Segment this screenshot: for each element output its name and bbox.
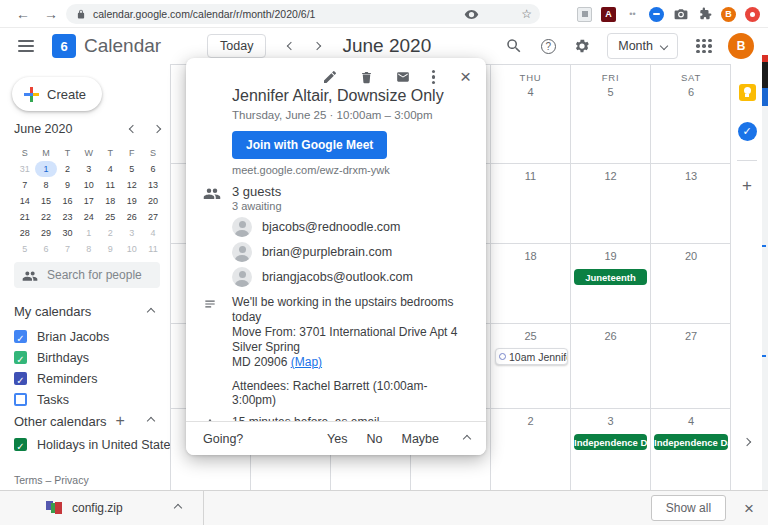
address-bar[interactable]: calendar.google.com/calendar/r/month/202…	[66, 4, 540, 24]
mini-day[interactable]: 27	[142, 209, 163, 225]
mini-day[interactable]: 8	[78, 241, 99, 257]
extension-icon[interactable]: ••	[625, 7, 640, 22]
calendar-item[interactable]: ✓Birthdays	[14, 347, 164, 368]
mini-day[interactable]: 3	[121, 225, 142, 241]
mini-day[interactable]: 18	[100, 193, 121, 209]
camera-extension-icon[interactable]	[673, 7, 688, 22]
my-calendars-heading[interactable]: My calendars	[14, 304, 160, 319]
mini-day[interactable]: 3	[78, 161, 99, 177]
calendar-item[interactable]: ✓Reminders	[14, 368, 164, 389]
rsvp-yes-button[interactable]: Yes	[327, 432, 347, 446]
extension-icon[interactable]	[577, 7, 592, 22]
day-cell[interactable]: SAT6	[651, 65, 731, 163]
google-tasks-icon[interactable]: ✓	[738, 122, 757, 141]
mini-day[interactable]: 12	[121, 177, 142, 193]
mini-day[interactable]: 9	[100, 241, 121, 257]
adobe-acrobat-icon[interactable]: A	[601, 7, 616, 22]
calendar-item[interactable]: ✓Brian Jacobs	[14, 326, 164, 347]
rsvp-maybe-button[interactable]: Maybe	[401, 432, 439, 446]
mini-day[interactable]: 2	[57, 161, 78, 177]
map-link[interactable]: (Map)	[291, 355, 322, 369]
mini-day[interactable]: 25	[100, 209, 121, 225]
day-cell[interactable]: 2510am Jennifer A	[491, 324, 571, 408]
mini-day[interactable]: 11	[142, 241, 163, 257]
mini-day[interactable]: 10	[121, 241, 142, 257]
day-cell[interactable]: 11	[491, 164, 571, 243]
mini-day[interactable]: 5	[121, 161, 142, 177]
forward-icon[interactable]: →	[44, 7, 58, 21]
day-cell[interactable]: 12	[571, 164, 651, 243]
calendar-item[interactable]: ✓Holidays in United States	[14, 434, 164, 455]
collapse-icon[interactable]	[147, 417, 155, 425]
other-calendars-heading[interactable]: Other calendars +	[14, 412, 160, 430]
mini-day[interactable]: 5	[14, 241, 35, 257]
day-cell[interactable]: 2	[491, 409, 571, 491]
mini-day[interactable]: 24	[78, 209, 99, 225]
mini-day[interactable]: 23	[57, 209, 78, 225]
day-cell[interactable]: 26	[571, 324, 651, 408]
holiday-event-chip[interactable]: Independence Day	[574, 434, 647, 450]
edit-event-icon[interactable]	[322, 69, 338, 85]
close-download-bar-icon[interactable]: ×	[744, 500, 754, 517]
mini-day[interactable]: 28	[14, 225, 35, 241]
mini-day[interactable]: 11	[100, 177, 121, 193]
mini-prev-icon[interactable]	[129, 125, 137, 133]
browser-profile-avatar[interactable]: B	[721, 7, 736, 22]
google-keep-icon[interactable]	[739, 84, 756, 101]
add-calendar-icon[interactable]: +	[116, 412, 125, 430]
close-popup-icon[interactable]: ×	[460, 70, 471, 84]
terms-privacy-links[interactable]: Terms – Privacy	[14, 474, 89, 486]
rsvp-expand-icon[interactable]	[463, 434, 471, 442]
calendar-item[interactable]: Tasks	[14, 389, 164, 410]
main-menu-icon[interactable]	[18, 40, 34, 52]
mini-day[interactable]: 19	[121, 193, 142, 209]
mini-day[interactable]: 30	[57, 225, 78, 241]
email-guests-icon[interactable]	[395, 70, 411, 84]
eye-icon[interactable]	[464, 7, 479, 22]
mini-day[interactable]: 13	[142, 177, 163, 193]
mini-day[interactable]: 20	[142, 193, 163, 209]
search-icon[interactable]	[497, 37, 531, 55]
account-avatar[interactable]: B	[728, 33, 754, 59]
extension-icon[interactable]	[745, 7, 760, 22]
day-cell[interactable]: 3Independence Day	[571, 409, 651, 491]
mini-day[interactable]: 29	[35, 225, 56, 241]
calendar-checkbox[interactable]: ✓	[14, 351, 27, 364]
mini-day[interactable]: 21	[14, 209, 35, 225]
more-options-icon[interactable]	[432, 70, 435, 85]
bookmark-star-icon[interactable]: ☆	[521, 8, 532, 20]
calendar-checkbox[interactable]	[14, 393, 27, 406]
get-addons-icon[interactable]: +	[742, 176, 752, 196]
join-meet-button[interactable]: Join with Google Meet	[232, 131, 387, 159]
day-cell[interactable]: 13	[651, 164, 731, 243]
mini-next-icon[interactable]	[153, 125, 161, 133]
collapse-icon[interactable]	[147, 307, 155, 315]
mini-day[interactable]: 31	[14, 161, 35, 177]
day-cell[interactable]: THU4	[491, 65, 571, 163]
search-people-input[interactable]: Search for people	[14, 262, 160, 288]
mini-day[interactable]: 10	[78, 177, 99, 193]
today-button[interactable]: Today	[207, 34, 266, 58]
create-button[interactable]: Create	[12, 77, 102, 111]
download-options-icon[interactable]	[173, 504, 181, 512]
day-cell[interactable]: 27	[651, 324, 731, 408]
holiday-event-chip[interactable]: Juneteenth	[574, 269, 647, 285]
mini-day[interactable]: 8	[35, 177, 56, 193]
mini-day[interactable]: 17	[78, 193, 99, 209]
day-cell[interactable]: 19Juneteenth	[571, 244, 651, 323]
day-cell[interactable]: 18	[491, 244, 571, 323]
event-chip[interactable]: 10am Jennifer A	[495, 348, 568, 365]
mini-day[interactable]: 7	[14, 177, 35, 193]
mini-day[interactable]: 1	[35, 161, 56, 177]
mini-day[interactable]: 2	[100, 225, 121, 241]
mini-day[interactable]: 1	[78, 225, 99, 241]
calendar-checkbox[interactable]: ✓	[14, 330, 27, 343]
mini-day[interactable]: 22	[35, 209, 56, 225]
day-cell[interactable]: 20	[651, 244, 731, 323]
back-icon[interactable]: ←	[16, 7, 30, 21]
mini-day[interactable]: 6	[35, 241, 56, 257]
hide-panel-icon[interactable]	[743, 438, 751, 446]
help-icon[interactable]: ?	[531, 39, 565, 54]
extensions-puzzle-icon[interactable]	[697, 7, 712, 22]
next-month-icon[interactable]	[313, 42, 321, 50]
